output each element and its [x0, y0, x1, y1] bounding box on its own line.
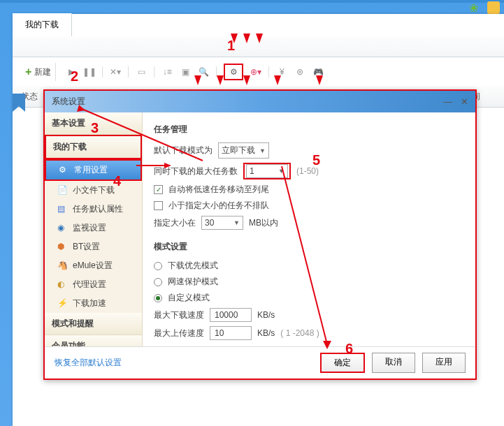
toolbar: + 新建 ▶ ❚❚ ✕▾ ▭ ↓≡ ▣ 🔍 ⚙ ⊕▾ ¥ ⊛ 🎮	[13, 57, 504, 87]
sidebar-item-bt[interactable]: ⬢BT设置	[45, 237, 142, 256]
apply-button[interactable]: 应用	[422, 353, 466, 373]
new-button[interactable]: + 新建	[21, 63, 56, 81]
mode-priority-radio[interactable]	[154, 262, 162, 270]
bookmark-icon	[13, 94, 25, 112]
preview-icon[interactable]: ▣	[180, 66, 191, 78]
speed-icon[interactable]: ⊕▾	[250, 66, 261, 78]
task-mgmt-title: 任务管理	[154, 124, 464, 135]
media-icon[interactable]: ⊛	[294, 66, 305, 78]
proxy-icon: ◐	[57, 279, 69, 291]
file-icon: 📄	[57, 185, 69, 196]
bt-icon: ⬢	[57, 242, 69, 253]
window-icon	[487, 1, 500, 14]
dialog-footer: 恢复全部默认设置 确定 取消 应用	[45, 346, 475, 379]
mode-title: 模式设置	[154, 241, 464, 253]
small-skip-label: 小于指定大小的任务不排队	[168, 200, 269, 212]
emule-icon: 🐴	[57, 260, 69, 272]
size-label: 指定大小在	[154, 217, 196, 229]
sidebar-item-taskattr[interactable]: ▤任务默认属性	[45, 200, 142, 219]
sort-icon[interactable]: ↓≡	[161, 66, 173, 78]
titlebar-icons: ❀	[469, 1, 500, 14]
max-dl-input[interactable]: 10000	[210, 308, 252, 322]
settings-content: 任务管理 默认下载模式为 立即下载▼ 同时下载的最大任务数 1▼ (1-50) …	[143, 112, 475, 346]
max-tasks-label: 同时下载的最大任务数	[154, 166, 238, 177]
delete-icon[interactable]: ✕▾	[110, 66, 121, 78]
auto-move-label: 自动将低速任务移动至列尾	[168, 184, 269, 196]
close-icon[interactable]: ✕	[461, 96, 468, 107]
restore-defaults-link[interactable]: 恢复全部默认设置	[55, 357, 122, 369]
max-tasks-select[interactable]: 1▼	[246, 164, 288, 178]
max-ul-input[interactable]: 10	[210, 326, 252, 340]
settings-dialog: 系统设置 — ✕ 基本设置 我的下载 ⚙ 常用设置 📄小文件下载 ▤任务默认属性…	[43, 89, 477, 380]
sidebar-item-boost[interactable]: ⚡下载加速	[45, 294, 142, 313]
play-icon[interactable]: ▶	[66, 66, 77, 78]
list-icon: ▤	[57, 204, 69, 215]
max-dl-label: 最大下载速度	[154, 309, 204, 321]
dialog-titlebar: 系统设置 — ✕	[45, 91, 475, 112]
gear-icon[interactable]: ⚙	[228, 66, 239, 78]
main-tab[interactable]: 我的下载	[13, 13, 72, 36]
sidebar-cat-mode[interactable]: 模式和提醒	[45, 313, 142, 335]
auto-move-checkbox[interactable]: ✓	[154, 185, 163, 194]
ok-button[interactable]: 确定	[320, 353, 365, 373]
sidebar-cat-basic[interactable]: 基本设置	[45, 112, 142, 135]
sidebar-item-proxy[interactable]: ◐代理设置	[45, 275, 142, 294]
dialog-title: 系统设置	[52, 96, 85, 108]
size-unit: MB以内	[249, 217, 278, 229]
folder-icon[interactable]: ▭	[136, 66, 147, 78]
small-skip-checkbox[interactable]	[154, 201, 163, 210]
default-mode-label: 默认下载模式为	[154, 145, 213, 156]
eye-icon: ◉	[57, 223, 69, 234]
max-ul-label: 最大上传速度	[154, 328, 204, 339]
mode-custom-radio[interactable]	[154, 294, 162, 302]
minimize-icon[interactable]: —	[443, 96, 452, 107]
sidebar-cat-member[interactable]: 会员功能	[45, 335, 142, 346]
max-tasks-hint: (1-50)	[296, 166, 319, 176]
size-select[interactable]: 30▼	[201, 216, 243, 230]
sidebar-cat-mydownload[interactable]: 我的下载	[45, 135, 142, 159]
gear-icon: ⚙	[59, 165, 70, 176]
sidebar-item-emule[interactable]: 🐴eMule设置	[45, 256, 142, 275]
cancel-button[interactable]: 取消	[372, 353, 415, 373]
default-mode-select[interactable]: 立即下载▼	[218, 142, 269, 159]
sidebar-item-smallfile[interactable]: 📄小文件下载	[45, 181, 142, 200]
plus-icon: +	[25, 66, 31, 78]
bolt-icon: ⚡	[57, 298, 69, 309]
flower-icon: ❀	[469, 1, 482, 14]
sidebar-item-common[interactable]: ⚙ 常用设置	[45, 159, 142, 181]
sidebar-item-monitor[interactable]: ◉监视设置	[45, 219, 142, 237]
mode-protect-radio[interactable]	[154, 278, 162, 286]
settings-sidebar: 基本设置 我的下载 ⚙ 常用设置 📄小文件下载 ▤任务默认属性 ◉监视设置 ⬢B…	[45, 112, 143, 346]
pause-icon[interactable]: ❚❚	[84, 66, 95, 78]
